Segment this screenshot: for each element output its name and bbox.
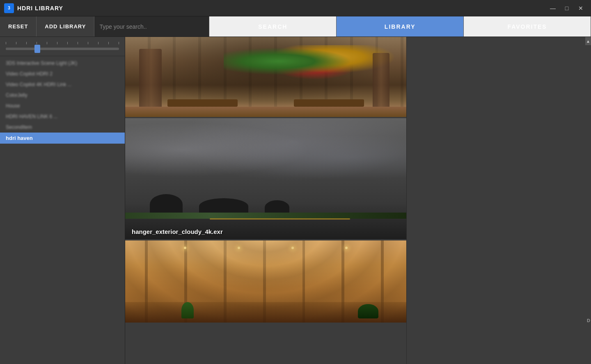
maximize-button[interactable]: □ bbox=[561, 3, 573, 13]
hdri-image-barn bbox=[125, 240, 406, 323]
toolbar: RESET ADD LIBRARY SEARCH LIBRARY FAVORIT… bbox=[0, 16, 591, 37]
runway-line bbox=[210, 218, 350, 220]
main-layout: 3DS Interactive Scene Light (JK) Video C… bbox=[0, 37, 591, 364]
sidebar-item[interactable]: SecondItem bbox=[0, 122, 125, 133]
hdri-card[interactable] bbox=[125, 240, 406, 324]
hdri-image-cloudy bbox=[125, 118, 406, 239]
slider-fill bbox=[6, 48, 37, 50]
tick bbox=[78, 42, 78, 44]
app-title: HDRI LIBRARY bbox=[17, 5, 63, 11]
ground-strip bbox=[125, 213, 406, 219]
slider-thumb[interactable] bbox=[34, 45, 40, 53]
sidebar-item[interactable]: Video Copilot HDRI 2 bbox=[0, 69, 125, 79]
sidebar-item-active[interactable]: hdri haven bbox=[0, 133, 125, 144]
slider-section bbox=[0, 37, 125, 56]
sidebar-item[interactable]: HDRI HAVEN LINK 6 ... bbox=[0, 111, 125, 122]
scroll-up-arrow[interactable]: ▲ bbox=[585, 37, 591, 45]
hangar-dome-large bbox=[199, 198, 248, 215]
sidebar-item[interactable]: Video Copilot 4K HDRI Link ... bbox=[0, 79, 125, 90]
hangar-dome bbox=[150, 194, 183, 215]
app-icon: 3 bbox=[4, 3, 14, 13]
title-bar: 3 HDRI LIBRARY — □ ✕ bbox=[0, 0, 591, 16]
tab-search[interactable]: SEARCH bbox=[209, 16, 337, 37]
tick bbox=[37, 42, 37, 44]
sidebar-item[interactable]: 3DS Interactive Scene Light (JK) bbox=[0, 58, 125, 69]
plant bbox=[181, 302, 194, 318]
tick bbox=[47, 42, 47, 44]
right-panel: ▲ D bbox=[406, 37, 591, 364]
hangar-shapes bbox=[125, 182, 406, 215]
search-input-wrapper bbox=[94, 16, 209, 37]
sidebar-list: 3DS Interactive Scene Light (JK) Video C… bbox=[0, 56, 125, 364]
floor bbox=[125, 107, 406, 117]
slider-ticks bbox=[6, 42, 119, 44]
sidebar-item[interactable]: ColorJelly bbox=[0, 90, 125, 101]
hdri-card[interactable] bbox=[125, 37, 406, 118]
search-input[interactable] bbox=[99, 23, 204, 30]
hdri-image-graffiti bbox=[125, 37, 406, 117]
content-area[interactable]: hanger_exterior_cloudy_4k.exr bbox=[125, 37, 406, 364]
window-controls: — □ ✕ bbox=[547, 3, 587, 13]
add-library-button[interactable]: ADD LIBRARY bbox=[37, 16, 94, 37]
close-button[interactable]: ✕ bbox=[575, 3, 587, 13]
tick bbox=[108, 42, 109, 44]
tick bbox=[57, 42, 57, 44]
bench bbox=[294, 99, 364, 107]
tick bbox=[88, 42, 88, 44]
hdri-label: hanger_exterior_cloudy_4k.exr bbox=[132, 228, 223, 235]
tab-favorites[interactable]: FAVORITES bbox=[464, 16, 591, 37]
sidebar: 3DS Interactive Scene Light (JK) Video C… bbox=[0, 37, 125, 364]
bench bbox=[167, 99, 238, 107]
tick bbox=[6, 42, 6, 44]
reset-button[interactable]: RESET bbox=[0, 16, 37, 37]
minimize-button[interactable]: — bbox=[547, 3, 559, 13]
plant bbox=[358, 304, 378, 318]
tick bbox=[26, 42, 27, 44]
tick bbox=[119, 42, 119, 44]
tick bbox=[16, 42, 16, 44]
tick bbox=[98, 42, 98, 44]
tab-library[interactable]: LIBRARY bbox=[337, 16, 464, 37]
sidebar-item[interactable]: House bbox=[0, 101, 125, 111]
slider-track[interactable] bbox=[6, 48, 119, 50]
title-left: 3 HDRI LIBRARY bbox=[4, 3, 63, 13]
tick bbox=[67, 42, 68, 44]
d-label: D bbox=[587, 318, 590, 323]
hdri-card[interactable]: hanger_exterior_cloudy_4k.exr bbox=[125, 118, 406, 240]
